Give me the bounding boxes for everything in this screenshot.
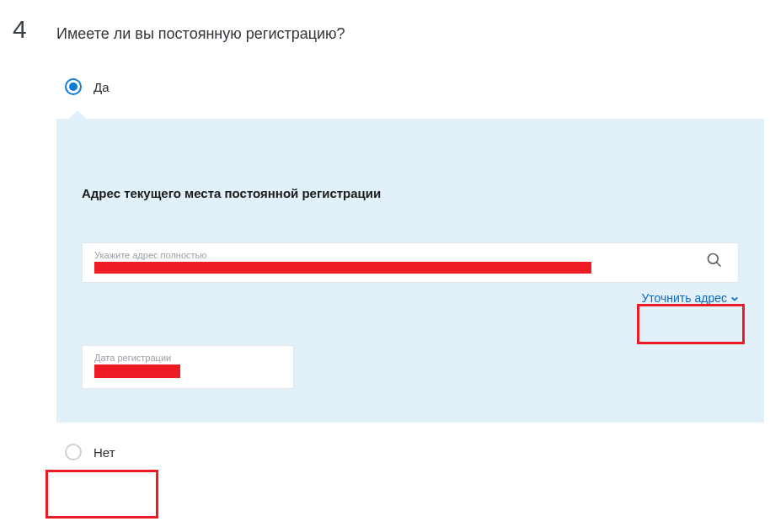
annotation-highlight-no bbox=[45, 470, 158, 519]
radio-label-yes: Да bbox=[94, 80, 110, 94]
radio-option-yes[interactable]: Да bbox=[65, 78, 757, 95]
address-floating-label: Укажите адрес полностью bbox=[94, 250, 698, 260]
no-option-wrap: Нет bbox=[56, 444, 757, 460]
refine-address-link[interactable]: Уточнить адрес bbox=[641, 290, 739, 307]
panel-heading: Адрес текущего места постоянной регистра… bbox=[82, 186, 739, 200]
form-step: 4 Имеете ли вы постоянную регистрацию? Д… bbox=[0, 0, 770, 460]
radio-indicator-unselected bbox=[65, 444, 82, 460]
options-area: Да Адрес текущего места постоянной регис… bbox=[56, 78, 757, 423]
panel-pointer bbox=[69, 110, 86, 119]
step-title: Имеете ли вы постоянную регистрацию? bbox=[56, 17, 757, 43]
registration-panel: Адрес текущего места постоянной регистра… bbox=[56, 119, 764, 423]
refine-wrap: Уточнить адрес bbox=[82, 290, 739, 307]
svg-line-1 bbox=[717, 263, 721, 267]
svg-point-0 bbox=[709, 254, 719, 264]
radio-dot bbox=[69, 82, 78, 91]
address-input[interactable]: Укажите адрес полностью bbox=[82, 242, 739, 283]
address-field-inner: Укажите адрес полностью bbox=[94, 250, 698, 274]
refine-link-text: Уточнить адрес bbox=[641, 291, 727, 306]
radio-label-no: Нет bbox=[94, 445, 115, 460]
address-redacted-value bbox=[94, 262, 591, 274]
chevron-down-icon bbox=[730, 295, 739, 303]
date-floating-label: Дата регистрации bbox=[94, 353, 281, 363]
date-redacted-value bbox=[94, 364, 180, 378]
step-number: 4 bbox=[13, 15, 27, 44]
radio-option-no[interactable]: Нет bbox=[65, 444, 757, 460]
radio-indicator-selected bbox=[65, 78, 82, 95]
search-icon[interactable] bbox=[706, 252, 726, 274]
registration-date-input[interactable]: Дата регистрации bbox=[82, 345, 294, 389]
